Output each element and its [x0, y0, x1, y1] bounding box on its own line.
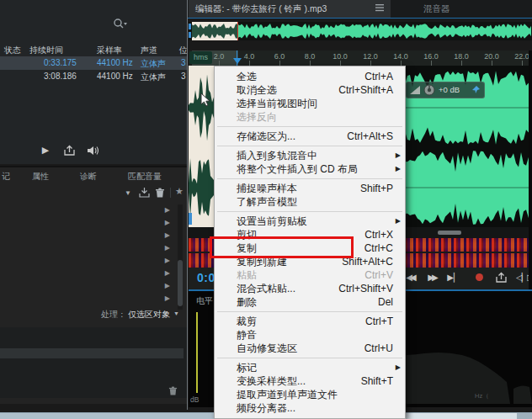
play-button[interactable]: ▶: [37, 145, 54, 158]
column-header[interactable]: 状态: [4, 45, 21, 56]
expand-arrow-icon[interactable]: ▶: [165, 294, 170, 302]
context-menu-item[interactable]: 静音: [215, 328, 405, 342]
effect-slot-row[interactable]: ▶: [0, 293, 177, 305]
fast-forward-button[interactable]: ▶▶: [423, 273, 441, 282]
props-tab-1[interactable]: 属性: [32, 171, 49, 183]
menu-item-label: 了解声音模型: [237, 196, 297, 208]
context-menu-item[interactable]: 设置当前剪贴板▶: [215, 215, 405, 228]
submenu-arrow-icon: ▶: [396, 162, 401, 176]
effect-slot-row[interactable]: ▶: [0, 217, 177, 230]
effect-slot-row[interactable]: ▶: [0, 242, 177, 255]
context-menu-item[interactable]: 自动修复选区Ctrl+U: [215, 342, 405, 355]
save-preset-icon[interactable]: [138, 187, 151, 202]
channel-select-marker: [189, 213, 192, 225]
expand-arrow-icon[interactable]: ▶: [165, 257, 170, 264]
tab-mixer[interactable]: 混音器: [403, 0, 471, 18]
context-menu-item[interactable]: 变换采样类型...Shift+T: [215, 374, 405, 388]
record-button[interactable]: [470, 273, 488, 283]
file-cell: 44100 Hz: [97, 58, 133, 67]
pin-icon[interactable]: [471, 85, 481, 94]
menu-item-label: 存储选区为...: [237, 130, 295, 142]
gain-value[interactable]: +0 dB: [439, 85, 460, 94]
file-cell: 3: [181, 72, 186, 81]
effect-slot-row[interactable]: ▶: [0, 280, 177, 293]
context-menu-item[interactable]: 全选Ctrl+A: [215, 70, 405, 83]
menu-item-label: 捕捉噪声样本: [237, 183, 297, 194]
search-icon[interactable]: [112, 18, 127, 34]
menu-item-label: 变换采样类型...: [237, 375, 306, 387]
context-menu-item[interactable]: 频段分离器...: [215, 401, 405, 415]
context-menu-item[interactable]: 裁剪Ctrl+T: [215, 315, 405, 328]
panel-splitter[interactable]: [187, 0, 188, 410]
process-caret-icon[interactable]: ▼: [173, 310, 179, 316]
file-row[interactable]: 0:33.17544100 Hz立体声3: [0, 56, 187, 70]
file-row[interactable]: 3:08.18644100 Hz立体声3: [0, 70, 187, 83]
context-menu-item[interactable]: 删除Del: [215, 295, 405, 309]
export-icon[interactable]: [61, 145, 77, 158]
favorite-star-icon[interactable]: ★: [175, 186, 184, 197]
props-scrollbar[interactable]: [178, 204, 183, 310]
context-menu-item[interactable]: 存储选区为...Ctrl+Alt+S: [215, 130, 405, 143]
waveform-overview-strip[interactable]: [189, 22, 532, 40]
context-menu-item[interactable]: 粘贴Ctrl+V: [215, 268, 405, 282]
trash-icon-small[interactable]: [168, 385, 178, 400]
expand-arrow-icon[interactable]: ▶: [165, 231, 170, 239]
context-menu-item[interactable]: 选择反向: [215, 110, 405, 124]
column-header[interactable]: 采样率: [97, 45, 122, 56]
expand-arrow-icon[interactable]: ▶: [165, 244, 170, 252]
gain-hud[interactable]: +0 dB: [406, 82, 485, 98]
skip-next-button[interactable]: ▶▏: [444, 273, 463, 282]
context-menu-item[interactable]: 捕捉噪声样本Shift+P: [215, 182, 405, 195]
props-scrollbar-thumb[interactable]: [178, 260, 183, 306]
column-header[interactable]: 持续时间: [29, 45, 63, 56]
menu-item-label: 粘贴: [237, 269, 257, 281]
timeline-ruler[interactable]: hms 2.04.06.08.010.012.014.016.018.020.0…: [189, 50, 532, 66]
column-header[interactable]: 声道: [141, 45, 157, 56]
time-display[interactable]: 0:0: [197, 271, 215, 284]
speaker-icon[interactable]: [84, 145, 101, 158]
gain-knob-icon[interactable]: [423, 84, 435, 96]
overview-playhead[interactable]: [237, 22, 238, 40]
process-value[interactable]: 仅选区对象: [128, 309, 170, 321]
effect-slot-row[interactable]: ▶: [0, 204, 177, 217]
channel-split-handle[interactable]: [438, 231, 461, 235]
files-table-header[interactable]: 状态持续时间采样率声道位: [0, 42, 187, 56]
menu-item-label: 全选: [237, 71, 257, 82]
expand-arrow-icon[interactable]: ▶: [165, 269, 170, 277]
properties-panel: 记属性诊断匹配音量 ▼ ★ ▶▶▶▶▶▶▶▶ 处理： 仅选区对象 ▼: [0, 166, 187, 404]
context-menu-item[interactable]: 标记▶: [215, 361, 405, 374]
effect-slot-row[interactable]: ▶: [0, 255, 177, 268]
menu-shortcut: Ctrl+V: [364, 268, 393, 282]
selected-row-band[interactable]: [0, 348, 184, 358]
panel-menu-icon[interactable]: [375, 4, 384, 13]
context-menu-item[interactable]: 了解声音模型: [215, 195, 405, 209]
files-panel: 状态持续时间采样率声道位 0:33.17544100 Hz立体声33:08.18…: [0, 0, 187, 164]
context-menu-item[interactable]: 取消全选Ctrl+Shift+A: [215, 83, 405, 97]
playhead-handle[interactable]: [233, 58, 242, 64]
context-menu-item[interactable]: 插入到多轨混音中▶: [215, 149, 405, 162]
context-menu-item[interactable]: 将整个文件插入到 CD 布局▶: [215, 162, 405, 176]
tab-editor-file[interactable]: 编辑器: - 带你去旅行 ( 铃声 ).mp3: [189, 0, 391, 18]
vertical-scrollbar[interactable]: [529, 50, 532, 289]
expand-arrow-icon[interactable]: ▶: [165, 282, 170, 289]
ruler-tick-label: 18.0: [449, 52, 474, 61]
props-tab-0[interactable]: 记: [2, 171, 10, 183]
effect-slot-row[interactable]: ▶: [0, 230, 177, 242]
dropdown-caret-icon[interactable]: ▼: [125, 189, 131, 197]
files-table: 0:33.17544100 Hz立体声33:08.18644100 Hz立体声3: [0, 56, 187, 83]
expand-arrow-icon[interactable]: ▶: [165, 206, 170, 214]
expand-arrow-icon[interactable]: ▶: [165, 219, 170, 226]
hz-axis-label: Hz（: [475, 392, 489, 400]
context-menu-item[interactable]: 选择当前视图时间: [215, 97, 405, 110]
export-transport-icon[interactable]: [492, 272, 510, 285]
props-tab-2[interactable]: 诊断: [80, 171, 97, 183]
context-menu-item[interactable]: 提取声道到单声道文件: [215, 388, 405, 401]
props-tab-3[interactable]: 匹配音量: [128, 171, 162, 183]
trash-icon[interactable]: [155, 187, 165, 202]
context-menu-item[interactable]: 混合式粘贴...Ctrl+Shift+V: [215, 282, 405, 295]
ruler-tick-label: 2.0: [206, 52, 231, 61]
menu-shortcut: Ctrl+U: [364, 342, 393, 355]
menu-separator: [215, 143, 405, 149]
ruler-tick-label: 10.0: [327, 52, 353, 61]
effect-slot-row[interactable]: ▶: [0, 268, 177, 280]
